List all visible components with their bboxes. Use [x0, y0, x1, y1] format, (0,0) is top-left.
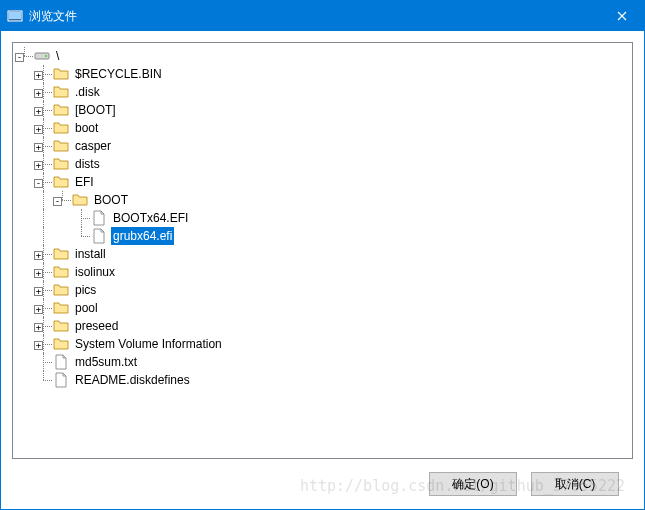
- expand-toggle[interactable]: +: [34, 125, 43, 134]
- dialog-content: -\+$RECYCLE.BIN+.disk+[BOOT]+boot+casper…: [1, 31, 644, 509]
- tree-label[interactable]: pool: [73, 299, 100, 317]
- tree-label[interactable]: BOOTx64.EFI: [111, 209, 190, 227]
- tree-node: +[BOOT]: [15, 101, 630, 119]
- tree-row[interactable]: +install: [15, 245, 630, 263]
- expand-toggle: [34, 357, 43, 366]
- expand-toggle[interactable]: +: [34, 89, 43, 98]
- tree-row[interactable]: -BOOT: [15, 191, 630, 209]
- folder-icon: [53, 174, 69, 190]
- folder-icon: [53, 300, 69, 316]
- tree-label[interactable]: casper: [73, 137, 113, 155]
- expand-toggle[interactable]: +: [34, 341, 43, 350]
- expand-toggle[interactable]: +: [34, 71, 43, 80]
- expand-toggle[interactable]: +: [34, 269, 43, 278]
- tree-label[interactable]: pics: [73, 281, 98, 299]
- close-button[interactable]: [599, 1, 644, 31]
- folder-icon: [53, 246, 69, 262]
- cancel-button[interactable]: 取消(C): [531, 472, 619, 496]
- expand-toggle[interactable]: -: [15, 53, 24, 62]
- tree-node: +preseed: [15, 317, 630, 335]
- tree-node: +casper: [15, 137, 630, 155]
- folder-icon: [53, 282, 69, 298]
- tree-row[interactable]: -EFI: [15, 173, 630, 191]
- expand-toggle[interactable]: +: [34, 251, 43, 260]
- tree-node: md5sum.txt: [15, 353, 630, 371]
- tree-row[interactable]: +.disk: [15, 83, 630, 101]
- file-icon: [91, 210, 107, 226]
- folder-icon: [53, 336, 69, 352]
- expand-toggle[interactable]: +: [34, 107, 43, 116]
- tree-row[interactable]: BOOTx64.EFI: [15, 209, 630, 227]
- tree-row[interactable]: +boot: [15, 119, 630, 137]
- tree-row[interactable]: -\: [15, 47, 630, 65]
- expand-toggle[interactable]: +: [34, 161, 43, 170]
- ok-button[interactable]: 确定(O): [429, 472, 517, 496]
- expand-toggle[interactable]: -: [53, 197, 62, 206]
- folder-icon: [53, 156, 69, 172]
- tree-label[interactable]: isolinux: [73, 263, 117, 281]
- folder-icon: [53, 318, 69, 334]
- tree-label[interactable]: dists: [73, 155, 102, 173]
- tree-row[interactable]: +casper: [15, 137, 630, 155]
- expand-toggle: [72, 213, 81, 222]
- file-icon: [91, 228, 107, 244]
- expand-toggle[interactable]: +: [34, 287, 43, 296]
- tree-label[interactable]: install: [73, 245, 108, 263]
- expand-toggle[interactable]: +: [34, 143, 43, 152]
- tree-row[interactable]: +preseed: [15, 317, 630, 335]
- app-icon: [7, 8, 23, 24]
- tree-row[interactable]: +dists: [15, 155, 630, 173]
- tree-row[interactable]: +pics: [15, 281, 630, 299]
- svg-point-3: [45, 55, 47, 57]
- tree-node: +pool: [15, 299, 630, 317]
- tree-node: -\+$RECYCLE.BIN+.disk+[BOOT]+boot+casper…: [15, 47, 630, 389]
- tree-row[interactable]: +$RECYCLE.BIN: [15, 65, 630, 83]
- tree-label[interactable]: $RECYCLE.BIN: [73, 65, 164, 83]
- expand-toggle[interactable]: -: [34, 179, 43, 188]
- tree-node: +install: [15, 245, 630, 263]
- file-icon: [53, 372, 69, 388]
- folder-icon: [53, 102, 69, 118]
- tree-label[interactable]: md5sum.txt: [73, 353, 139, 371]
- tree-label[interactable]: README.diskdefines: [73, 371, 192, 389]
- tree-row[interactable]: md5sum.txt: [15, 353, 630, 371]
- drive-icon: [34, 48, 50, 64]
- file-tree[interactable]: -\+$RECYCLE.BIN+.disk+[BOOT]+boot+casper…: [12, 42, 633, 459]
- tree-label[interactable]: preseed: [73, 317, 120, 335]
- tree-row[interactable]: README.diskdefines: [15, 371, 630, 389]
- folder-icon: [53, 120, 69, 136]
- tree-label[interactable]: EFI: [73, 173, 96, 191]
- tree-node: -BOOTBOOTx64.EFIgrubx64.efi: [15, 191, 630, 245]
- tree-node: +System Volume Information: [15, 335, 630, 353]
- tree-node: +isolinux: [15, 263, 630, 281]
- tree-node: README.diskdefines: [15, 371, 630, 389]
- button-bar: 确定(O) 取消(C): [12, 459, 633, 509]
- tree-node: +$RECYCLE.BIN: [15, 65, 630, 83]
- expand-toggle[interactable]: +: [34, 323, 43, 332]
- folder-icon: [72, 192, 88, 208]
- tree-label[interactable]: [BOOT]: [73, 101, 118, 119]
- file-icon: [53, 354, 69, 370]
- tree-node: BOOTx64.EFI: [15, 209, 630, 227]
- tree-row[interactable]: +System Volume Information: [15, 335, 630, 353]
- tree-node: +.disk: [15, 83, 630, 101]
- tree-label[interactable]: BOOT: [92, 191, 130, 209]
- tree-label[interactable]: .disk: [73, 83, 102, 101]
- window-title: 浏览文件: [29, 8, 599, 25]
- tree-row[interactable]: +[BOOT]: [15, 101, 630, 119]
- tree-row[interactable]: grubx64.efi: [15, 227, 630, 245]
- tree-node: +pics: [15, 281, 630, 299]
- tree-label[interactable]: System Volume Information: [73, 335, 224, 353]
- tree-label[interactable]: boot: [73, 119, 100, 137]
- tree-node: -EFI-BOOTBOOTx64.EFIgrubx64.efi: [15, 173, 630, 245]
- tree-label[interactable]: \: [54, 47, 61, 65]
- folder-icon: [53, 264, 69, 280]
- tree-label[interactable]: grubx64.efi: [111, 227, 174, 245]
- expand-toggle: [72, 231, 81, 240]
- tree-row[interactable]: +isolinux: [15, 263, 630, 281]
- folder-icon: [53, 84, 69, 100]
- browse-dialog: 浏览文件 -\+$RECYCLE.BIN+.disk+[BOOT]+boot+c…: [0, 0, 645, 510]
- expand-toggle[interactable]: +: [34, 305, 43, 314]
- tree-node: +dists: [15, 155, 630, 173]
- tree-row[interactable]: +pool: [15, 299, 630, 317]
